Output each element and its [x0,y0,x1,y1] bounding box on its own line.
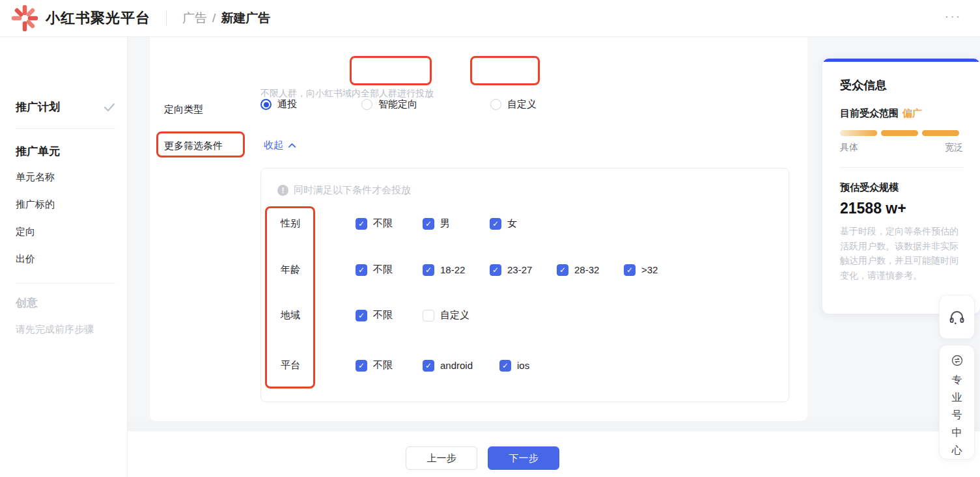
targeting-type-radio-group: 通投 智能定向 自定义 [260,98,537,111]
checkbox-label: 女 [507,217,517,230]
audience-range-meter [840,130,963,136]
checkbox-option[interactable]: ✓ 女 [490,217,557,230]
footer-separator-strip [128,421,980,431]
sidebar-item-promo-target[interactable]: 推广标的 [16,198,55,211]
checkbox-option[interactable]: ✓ >32 [624,264,691,276]
conditions-notice-text: 同时满足以下条件才会投放 [294,184,411,197]
checkbox-icon[interactable]: ✓ [356,360,367,372]
more-options-icon[interactable]: ··· [945,10,962,23]
checkbox-option[interactable]: ✓ 18-22 [423,264,490,276]
checkbox-option[interactable]: ✓ 男 [423,217,490,230]
brand-title: 小红书聚光平台 [46,8,150,28]
next-step-button[interactable]: 下一步 [488,446,559,470]
audience-scale-labels: 具体 宽泛 [840,142,963,154]
checkbox-option[interactable]: ✓ 28-32 [557,264,624,276]
radio-icon[interactable] [361,99,372,110]
condition-label: 地域 [281,309,356,321]
audience-disclaimer: 基于时段，定向等条件预估的活跃用户数。该数据并非实际触达用户数，并且可能随时间变… [840,224,963,283]
scale-right-label: 宽泛 [945,142,963,154]
checkbox-option[interactable]: ✓ 不限 [356,264,423,276]
checkbox-option[interactable]: ✓ 不限 [356,359,423,372]
checkbox-label: 男 [440,217,450,230]
checkbox-label: 23-27 [507,264,532,275]
checkbox-label: >32 [641,264,658,275]
breadcrumb-separator: / [212,11,216,25]
page: 小红书聚光平台 广告 / 新建广告 ··· 推广计划 推广单元 单元名称 推广标… [0,0,980,477]
radio-option-custom[interactable]: 自定义 [490,98,537,111]
meter-segment [840,130,877,136]
sidebar-divider [16,128,115,129]
checkbox-label: 18-22 [440,264,465,275]
prev-step-button[interactable]: 上一步 [406,446,477,470]
meter-segment [922,130,959,136]
meter-segment [881,130,918,136]
audience-card-divider [840,167,963,168]
radio-icon[interactable] [490,99,501,110]
sidebar-item-bid[interactable]: 出价 [16,253,35,266]
sidebar-item-plan[interactable]: 推广计划 [16,100,115,115]
condition-label: 性别 [281,217,356,230]
conditions-panel: ! 同时满足以下条件才会投放 性别 ✓ 不限 ✓ 男 ✓ 女 [260,168,789,402]
sidebar-creative-hint: 请先完成前序步骤 [16,323,94,336]
checkbox-icon[interactable]: ✓ [423,218,434,230]
checkbox-icon[interactable]: ✓ [356,264,367,276]
header-divider [166,10,167,26]
checkbox-icon[interactable]: ✓ [356,218,367,230]
conditions-notice: ! 同时满足以下条件才会投放 [277,184,411,197]
radio-label: 自定义 [507,98,537,111]
headset-icon [948,308,966,326]
checkbox-label: 不限 [373,264,393,276]
checkbox-icon[interactable]: ✓ [490,264,501,276]
checkbox-icon[interactable]: ✓ [423,310,434,321]
checkbox-label: android [440,360,473,371]
customer-support-button[interactable] [939,295,975,339]
sidebar-divider [16,283,115,284]
checkbox-label: 不限 [373,217,393,230]
checkbox-option[interactable]: ✓ ios [499,360,567,372]
collapse-label: 收起 [264,139,283,152]
condition-label: 平台 [281,359,356,372]
breadcrumb-current: 新建广告 [221,10,270,27]
checkbox-icon[interactable]: ✓ [490,218,501,230]
checkbox-option[interactable]: ✓ android [423,360,499,372]
targeting-description: 不限人群，向小红书域内全部人群进行投放 [260,88,434,100]
checkbox-label: ios [517,360,529,371]
audience-estimate-value: 21588 w+ [840,200,963,217]
audience-info-card: 受众信息 目前受众范围偏广 具体 宽泛 预估受众规模 21588 w+ 基于时段… [822,59,980,314]
checkbox-label: 自定义 [440,309,469,321]
condition-row-region: 地域 ✓ 不限 ✓ 自定义 [281,309,773,321]
sidebar-item-unit-name[interactable]: 单元名称 [16,171,55,184]
checkbox-icon[interactable]: ✓ [499,360,511,372]
step-sidebar: 推广计划 推广单元 单元名称 推广标的 定向 出价 创意 请先完成前序步骤 [0,37,128,477]
pro-account-center-button[interactable]: 专业号中心 [939,345,975,459]
radio-option-smart-targeting[interactable]: 智能定向 [361,98,417,111]
chevron-up-icon [288,143,296,148]
checkbox-option[interactable]: ✓ 不限 [356,309,423,321]
collapse-link[interactable]: 收起 [264,139,296,152]
checkbox-icon[interactable]: ✓ [557,264,568,276]
checkbox-option[interactable]: ✓ 23-27 [490,264,557,276]
radio-label: 智能定向 [378,98,417,111]
breadcrumb-section[interactable]: 广告 [182,10,207,27]
checkbox-option[interactable]: ✓ 不限 [356,217,423,230]
top-header: 小红书聚光平台 广告 / 新建广告 ··· [0,0,980,37]
checkbox-icon[interactable]: ✓ [356,310,367,321]
radio-option-general[interactable]: 通投 [260,98,297,111]
condition-row-platform: 平台 ✓ 不限 ✓ android ✓ ios [281,359,773,372]
condition-label: 年龄 [281,264,356,276]
checkbox-icon[interactable]: ✓ [423,360,434,372]
checkbox-label: 不限 [373,309,393,321]
checkbox-icon[interactable]: ✓ [624,264,636,276]
brand-logo-icon [10,4,39,33]
scale-left-label: 具体 [840,142,858,154]
audience-card-title: 受众信息 [840,77,963,93]
sidebar-item-creative: 创意 [16,295,38,310]
condition-row-age: 年龄 ✓ 不限 ✓ 18-22 ✓ 23-27 ✓ 28-32 [281,264,773,276]
sidebar-item-unit[interactable]: 推广单元 [16,144,115,159]
radio-icon[interactable] [260,99,272,110]
checkbox-label: 不限 [373,359,393,372]
sidebar-item-targeting[interactable]: 定向 [16,226,35,238]
checkbox-option[interactable]: ✓ 自定义 [423,309,490,321]
checkbox-icon[interactable]: ✓ [423,264,434,276]
audience-range-value: 偏广 [903,107,922,118]
